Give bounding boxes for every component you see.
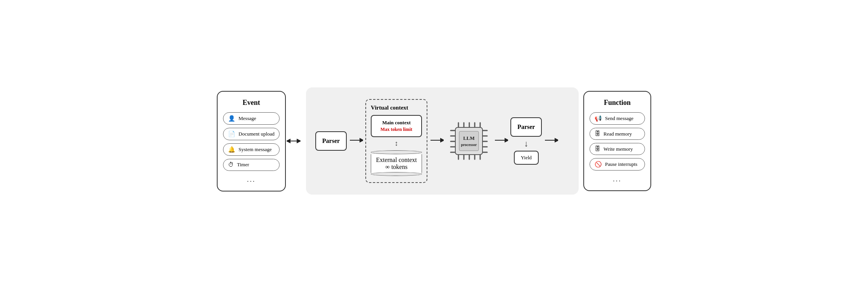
function-label-write: Write memory — [603, 146, 633, 152]
event-label-system: System message — [239, 146, 272, 153]
virtual-context-title: Virtual context — [371, 104, 422, 111]
parser2-box: Parser — [510, 117, 542, 137]
event-label-message: Message — [239, 115, 256, 122]
parser2-label: Parser — [517, 124, 535, 130]
main-context-subtitle: Max token limit — [376, 127, 417, 132]
read-memory-icon: 🗄 — [595, 131, 600, 137]
bell-icon: 🔔 — [228, 146, 235, 153]
pause-interrupts-icon: 🚫 — [595, 161, 602, 168]
external-context-title: External context — [375, 157, 418, 164]
function-item-read: 🗄 Read memory — [590, 128, 645, 140]
function-item-pause: 🚫 Pause interrupts — [590, 158, 645, 171]
llm-processor: LLM processor — [448, 120, 490, 162]
svg-rect-24 — [459, 131, 479, 151]
parser-yield-section: Parser ↓ Yield — [510, 117, 542, 164]
event-item-timer: ⏱ Timer — [223, 159, 280, 171]
event-panel: Event 👤 Message 📄 Document upload 🔔 Syst… — [217, 91, 286, 191]
write-memory-icon: 🗄 — [595, 146, 600, 152]
yield-box: Yield — [514, 151, 539, 165]
main-flow: Parser Virtual context Main context Max … — [306, 87, 579, 194]
chip-svg: LLM processor — [448, 120, 490, 162]
diagram-wrapper: Event 👤 Message 📄 Document upload 🔔 Syst… — [217, 87, 651, 194]
event-label-timer: Timer — [237, 162, 249, 168]
parser-yield-arrow: ↓ — [524, 137, 528, 150]
event-item-document: 📄 Document upload — [223, 128, 280, 140]
message-icon: 👤 — [228, 115, 235, 122]
parser1-box: Parser — [315, 131, 347, 151]
event-item-message: 👤 Message — [223, 112, 280, 125]
parser1-label: Parser — [322, 138, 340, 144]
arrow-llm-parser2 — [492, 136, 510, 146]
function-label-send: Send message — [605, 115, 633, 122]
function-label-read: Read memory — [603, 131, 632, 137]
arrow-vc-llm — [427, 136, 446, 146]
event-label-document: Document upload — [239, 131, 275, 137]
external-context-cylinder: External context ∞ tokens — [371, 150, 422, 176]
function-item-send: 📢 Send message — [590, 112, 645, 125]
main-context-title: Main context — [376, 120, 417, 126]
document-icon: 📄 — [228, 131, 235, 138]
main-context-box: Main context Max token limit — [371, 115, 422, 137]
event-item-system: 🔔 System message — [223, 143, 280, 156]
event-panel-title: Event — [223, 99, 280, 107]
yield-label: Yield — [521, 155, 532, 160]
arrow-parser-virtualctx — [347, 136, 365, 146]
arrow-parser2-function — [542, 136, 560, 146]
arrow-event-parser — [286, 137, 301, 145]
timer-icon: ⏱ — [228, 162, 234, 168]
external-context-subtitle: ∞ tokens — [375, 164, 418, 171]
function-label-pause: Pause interrupts — [605, 161, 637, 167]
send-message-icon: 📢 — [595, 115, 602, 122]
function-item-write: 🗄 Write memory — [590, 143, 645, 155]
function-dots: ... — [590, 175, 645, 183]
function-panel: Function 📢 Send message 🗄 Read memory 🗄 … — [583, 91, 651, 191]
svg-text:processor: processor — [461, 143, 477, 147]
svg-text:LLM: LLM — [463, 135, 475, 141]
vc-vertical-arrow: ↕ — [371, 137, 422, 150]
function-panel-title: Function — [590, 99, 645, 107]
virtual-context-box: Virtual context Main context Max token l… — [365, 99, 427, 183]
event-dots: ... — [223, 176, 280, 184]
